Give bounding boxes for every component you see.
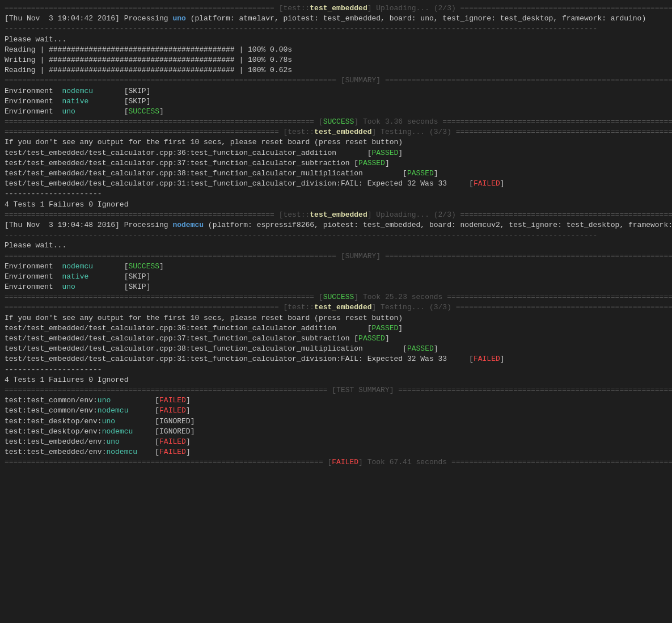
line-5: Reading | ##############################… — [5, 45, 667, 55]
line-19: test/test_embedded/test_calculator.cpp:3… — [5, 158, 667, 169]
line-33: Environment native [SKIP] — [5, 272, 667, 282]
line-7: Reading | ##############################… — [5, 65, 667, 75]
line-47: ========================================… — [5, 385, 667, 395]
line-16: If you don't see any output for the firs… — [5, 137, 667, 148]
line-2: [Thu Nov 3 19:04:42 2016] Processing uno… — [5, 14, 667, 24]
line-13: ========================================… — [5, 117, 667, 127]
line-27: [Thu Nov 3 19:04:48 2016] Processing nod… — [5, 220, 667, 230]
line-38: If you don't see any output for the firs… — [5, 313, 667, 323]
line-28: ----------------------------------------… — [5, 230, 667, 241]
line-25: ========================================… — [5, 210, 667, 220]
line-34: Environment uno [SKIP] — [5, 282, 667, 292]
line-41: test/test_embedded/test_calculator.cpp:3… — [5, 334, 667, 344]
line-18: test/test_embedded/test_calculator.cpp:3… — [5, 148, 667, 158]
line-29: Please wait... — [5, 241, 667, 251]
line-6: Writing | ##############################… — [5, 55, 667, 65]
line-42: test/test_embedded/test_calculator.cpp:3… — [5, 344, 667, 354]
line-4: Please wait... — [5, 35, 667, 45]
line-1: ========================================… — [5, 3, 667, 14]
line-37: ========================================… — [5, 302, 667, 313]
line-10: Environment nodemcu [SKIP] — [5, 86, 667, 96]
line-35: ========================================… — [5, 292, 667, 302]
line-23: 4 Tests 1 Failures 0 Ignored — [5, 200, 667, 210]
line-31: ========================================… — [5, 251, 667, 262]
line-22: ---------------------- — [5, 189, 667, 199]
line-45: 4 Tests 1 Failures 0 Ignored — [5, 375, 667, 385]
terminal-output: ========================================… — [0, 2, 672, 473]
line-53: test:test_embedded/env:nodemcu [FAILED] — [5, 447, 667, 457]
line-21: test/test_embedded/test_calculator.cpp:3… — [5, 179, 667, 189]
line-15: ========================================… — [5, 127, 667, 137]
line-12: Environment uno [SUCCESS] — [5, 107, 667, 117]
line-11: Environment native [SKIP] — [5, 96, 667, 107]
line-3: ----------------------------------------… — [5, 24, 667, 34]
line-54: ========================================… — [5, 457, 667, 468]
line-43: test/test_embedded/test_calculator.cpp:3… — [5, 354, 667, 364]
line-44: ---------------------- — [5, 365, 667, 375]
line-51: test:test_desktop/env:nodemcu [IGNORED] — [5, 427, 667, 437]
line-52: test:test_embedded/env:uno [FAILED] — [5, 437, 667, 447]
line-32: Environment nodemcu [SUCCESS] — [5, 262, 667, 272]
line-49: test:test_common/env:nodemcu [FAILED] — [5, 406, 667, 416]
line-48: test:test_common/env:uno [FAILED] — [5, 395, 667, 406]
line-50: test:test_desktop/env:uno [IGNORED] — [5, 416, 667, 427]
line-9: ========================================… — [5, 75, 667, 86]
line-20: test/test_embedded/test_calculator.cpp:3… — [5, 169, 667, 179]
line-40: test/test_embedded/test_calculator.cpp:3… — [5, 323, 667, 334]
